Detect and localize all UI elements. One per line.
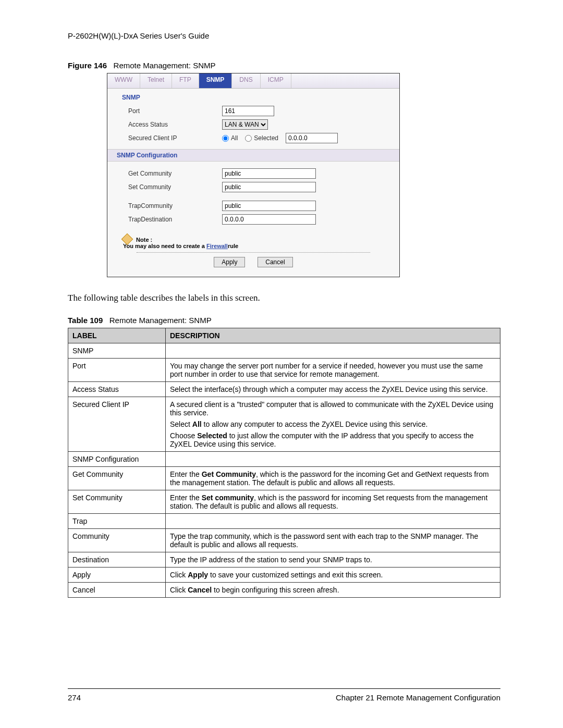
port-label: Port [128, 107, 222, 115]
apply-button[interactable]: Apply [214, 257, 245, 267]
cancel-button[interactable]: Cancel [258, 257, 292, 267]
table-row: SNMP Configuration [68, 452, 500, 467]
port-input[interactable] [222, 106, 274, 116]
secured-client-ip-label: Secured Client IP [128, 134, 222, 142]
secured-selected-label: Selected [254, 134, 278, 142]
tab-icmp[interactable]: ICMP [261, 73, 291, 88]
trap-destination-label: TrapDestination [128, 216, 222, 223]
table-caption: Table 109 Remote Management: SNMP [68, 316, 500, 325]
cell-desc: Select the interface(s) through which a … [166, 382, 500, 397]
cell-desc [166, 452, 500, 467]
tab-dns[interactable]: DNS [232, 73, 260, 88]
cell-label: Destination [68, 552, 166, 567]
table-label: Table 109 [68, 316, 103, 325]
snmp-config-panel: WWWTelnetFTPSNMPDNSICMP SNMP Port Access… [107, 73, 400, 277]
table-row: Get CommunityEnter the Get Community, wh… [68, 467, 500, 490]
col-label: LABEL [68, 328, 166, 343]
cell-label: Get Community [68, 467, 166, 490]
col-desc: DESCRIPTION [166, 328, 500, 343]
tab-www[interactable]: WWW [107, 73, 140, 88]
table-row: Trap [68, 514, 500, 529]
cell-label: Trap [68, 514, 166, 529]
tab-bar: WWWTelnetFTPSNMPDNSICMP [107, 73, 399, 89]
note-text-pre: You may also need to create a [123, 243, 206, 249]
secured-selected-radio[interactable] [245, 135, 252, 142]
note-block: Note : You may also need to create a Fir… [123, 233, 399, 249]
cell-label: Cancel [68, 583, 166, 598]
table-row: PortYou may change the server port numbe… [68, 359, 500, 382]
tab-ftp[interactable]: FTP [172, 73, 199, 88]
table-row: Access StatusSelect the interface(s) thr… [68, 382, 500, 397]
cell-desc: Enter the Get Community, which is the pa… [166, 467, 500, 490]
table-row: ApplyClick Apply to save your customized… [68, 567, 500, 583]
tab-snmp[interactable]: SNMP [199, 73, 232, 88]
access-status-select[interactable]: LAN & WAN [222, 119, 268, 130]
body-text: The following table describes the labels… [68, 293, 500, 303]
set-community-input[interactable] [222, 182, 316, 192]
cell-desc: A secured client is a "trusted" computer… [166, 397, 500, 452]
get-community-label: Get Community [128, 170, 222, 177]
figure-caption: Figure 146 Remote Management: SNMP [68, 61, 500, 70]
cell-label: Secured Client IP [68, 397, 166, 452]
secured-ip-input[interactable] [286, 133, 338, 143]
cell-desc: Click Cancel to begin configuring this s… [166, 583, 500, 598]
trap-community-input[interactable] [222, 201, 316, 211]
table-row: CommunityType the trap community, which … [68, 529, 500, 552]
chapter-title: Chapter 21 Remote Management Configurati… [336, 693, 500, 702]
table-row: Secured Client IPA secured client is a "… [68, 397, 500, 452]
table-title: Remote Management: SNMP [109, 316, 212, 325]
cell-desc: Click Apply to save your customized sett… [166, 567, 500, 583]
trap-destination-input[interactable] [222, 214, 316, 225]
description-table: LABEL DESCRIPTION SNMPPortYou may change… [68, 328, 500, 598]
section-snmp: SNMP [107, 89, 399, 104]
cell-label: SNMP [68, 343, 166, 359]
secured-all-label: All [231, 134, 238, 142]
access-status-label: Access Status [128, 121, 222, 128]
secured-all-radio[interactable] [222, 135, 229, 142]
table-row: Set CommunityEnter the Set community, wh… [68, 490, 500, 514]
firewall-link[interactable]: Firewall [206, 243, 228, 249]
cell-label: SNMP Configuration [68, 452, 166, 467]
section-snmp-config: SNMP Configuration [107, 149, 399, 162]
trap-community-label: TrapCommunity [128, 202, 222, 209]
tab-telnet[interactable]: Telnet [140, 73, 172, 88]
page-number: 274 [68, 693, 81, 702]
get-community-input[interactable] [222, 168, 316, 179]
cell-label: Port [68, 359, 166, 382]
set-community-label: Set Community [128, 183, 222, 191]
cell-label: Set Community [68, 490, 166, 514]
cell-desc: You may change the server port number fo… [166, 359, 500, 382]
cell-desc [166, 514, 500, 529]
table-row: DestinationType the IP address of the st… [68, 552, 500, 567]
page-footer: 274 Chapter 21 Remote Management Configu… [68, 688, 500, 702]
note-title: Note : [136, 237, 152, 243]
cell-desc [166, 343, 500, 359]
figure-title: Remote Management: SNMP [114, 61, 216, 70]
page-header: P-2602H(W)(L)-DxA Series User's Guide [68, 31, 500, 40]
cell-desc: Type the IP address of the station to se… [166, 552, 500, 567]
note-text-post: rule [228, 243, 238, 249]
cell-label: Apply [68, 567, 166, 583]
table-row: CancelClick Cancel to begin configuring … [68, 583, 500, 598]
cell-desc: Type the trap community, which is the pa… [166, 529, 500, 552]
cell-label: Access Status [68, 382, 166, 397]
figure-label: Figure 146 [68, 61, 107, 70]
table-row: SNMP [68, 343, 500, 359]
cell-desc: Enter the Set community, which is the pa… [166, 490, 500, 514]
cell-label: Community [68, 529, 166, 552]
